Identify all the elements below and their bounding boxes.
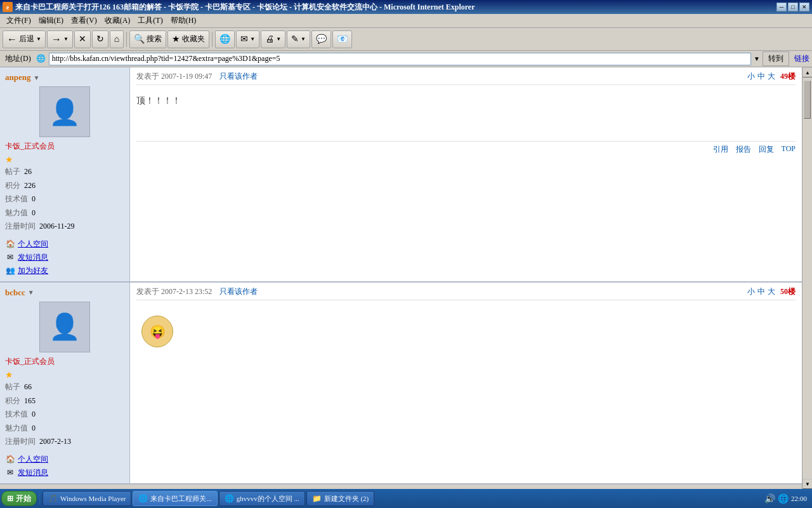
address-input[interactable] — [49, 53, 751, 65]
address-dropdown-icon[interactable]: ▼ — [754, 55, 760, 62]
vertical-scrollbar[interactable]: ▲ ▼ — [802, 67, 812, 489]
only-author-link-50[interactable]: 只看该作者 — [219, 287, 258, 296]
size-links-50: 小 中 大 — [747, 286, 775, 297]
avatar-50: 👤 — [39, 302, 90, 352]
message-action-50[interactable]: ✉ 发短消息 — [5, 467, 48, 478]
close-button[interactable]: ✕ — [799, 3, 809, 11]
back-button[interactable]: ← 后退 ▼ — [3, 30, 46, 48]
username-50[interactable]: bcbcc — [5, 288, 25, 298]
menu-favorites[interactable]: 收藏(A) — [101, 14, 134, 27]
menu-help[interactable]: 帮助(H) — [167, 14, 200, 27]
size-large-50[interactable]: 大 — [768, 286, 775, 297]
system-tray: 🔊 🌐 22:00 — [761, 493, 811, 504]
space-label: ghvvvv的个人空间 ... — [237, 494, 299, 504]
quote-btn-49[interactable]: 引用 — [713, 144, 728, 155]
go-button[interactable]: 转到 — [763, 51, 789, 66]
username-49[interactable]: anpeng — [5, 72, 30, 83]
links-button[interactable]: 链接 — [794, 53, 809, 64]
taskbar-item-ie[interactable]: 🌐 来自卡巴工程师关... — [133, 491, 217, 506]
mediaplayer-icon: 🎵 — [48, 494, 58, 504]
space-label-50[interactable]: 个人空间 — [18, 454, 48, 465]
scroll-down-button[interactable]: ▼ — [802, 479, 812, 489]
report-btn-49[interactable]: 报告 — [736, 144, 751, 155]
search-icon: 🔍 — [134, 34, 145, 44]
size-mid-49[interactable]: 中 — [757, 71, 765, 82]
message-label-50[interactable]: 发短消息 — [18, 467, 48, 478]
scroll-up-button[interactable]: ▲ — [802, 67, 812, 77]
posts-value-50: 66 — [24, 380, 32, 394]
forward-dropdown-icon: ▼ — [63, 36, 69, 42]
username-row-50: bcbcc ▼ — [5, 288, 34, 298]
reg-label-50: 注册时间 — [5, 435, 36, 449]
avatar-placeholder-icon-50: 👤 — [49, 312, 81, 342]
stop-button[interactable]: ✕ — [74, 30, 91, 48]
only-author-link-49[interactable]: 只看该作者 — [219, 72, 258, 81]
post-text-49: 顶！！！！ — [136, 96, 181, 105]
home-button[interactable]: ⌂ — [110, 30, 124, 48]
ie-icon: e — [3, 2, 13, 12]
size-small-50[interactable]: 小 — [747, 286, 755, 297]
message-icon: ✉ — [5, 252, 15, 262]
score-value-50: 165 — [24, 394, 36, 408]
title-bar: e 来自卡巴工程师关于打开126 163邮箱的解答 - 卡饭学院 - 卡巴斯基专… — [0, 0, 812, 14]
menu-file[interactable]: 文件(F) — [3, 14, 35, 27]
user-title-50: 卡饭_正式会员 — [5, 356, 55, 367]
edit-button[interactable]: ✎ ▼ — [287, 30, 310, 48]
mail-icon: ✉ — [240, 34, 248, 44]
menu-view[interactable]: 查看(V) — [67, 14, 101, 27]
scroll-thumb[interactable] — [804, 81, 811, 119]
forward-arrow-icon: → — [51, 34, 62, 45]
charm-label-50: 魅力值 — [5, 422, 28, 436]
print-icon: 🖨 — [265, 34, 274, 44]
messenger-button[interactable]: 💬 — [311, 30, 331, 48]
print-button[interactable]: 🖨 ▼ — [261, 30, 285, 48]
minimize-button[interactable]: ─ — [776, 3, 787, 11]
menu-tools[interactable]: 工具(T) — [134, 14, 166, 27]
message-action-49[interactable]: ✉ 发短消息 — [5, 252, 48, 263]
user-stats-49: 帖子26 积分226 技术值0 魅力值0 注册时间2006-11-29 — [5, 165, 75, 234]
start-label: 开始 — [16, 493, 31, 504]
start-button[interactable]: ⊞ 开始 — [1, 491, 37, 506]
post-footer-49: 引用 报告 回复 TOP — [136, 141, 796, 155]
tech-value-49: 0 — [32, 192, 36, 206]
stop-icon: ✕ — [79, 34, 86, 44]
size-small-49[interactable]: 小 — [747, 71, 755, 82]
tech-label-49: 技术值 — [5, 192, 28, 206]
space-action-49[interactable]: 🏠 个人空间 — [5, 239, 48, 250]
size-large-49[interactable]: 大 — [768, 71, 775, 82]
favorites-button[interactable]: ★ 收藏夹 — [167, 30, 209, 48]
refresh-button[interactable]: ↻ — [92, 30, 108, 48]
taskbar-item-space[interactable]: 🌐 ghvvvv的个人空间 ... — [219, 491, 305, 506]
space-action-50[interactable]: 🏠 个人空间 — [5, 454, 48, 465]
friend-icon: 👥 — [5, 265, 15, 276]
window-controls[interactable]: ─ □ ✕ — [776, 3, 809, 11]
space-label-49[interactable]: 个人空间 — [18, 239, 48, 250]
post-row: anpeng ▼ 👤 卡饭_正式会员 ★ 帖子26 积分226 技术值0 魅力值… — [0, 67, 802, 283]
friend-label-49[interactable]: 加为好友 — [18, 265, 48, 276]
top-btn-49[interactable]: TOP — [782, 144, 796, 155]
maximize-button[interactable]: □ — [788, 3, 798, 11]
post-floor-info-49: 小 中 大 49楼 — [747, 71, 796, 82]
post-date-50: 发表于 2007-2-13 23:52 — [136, 287, 212, 296]
extra-button[interactable]: 📧 — [332, 30, 352, 48]
main-content[interactable]: anpeng ▼ 👤 卡饭_正式会员 ★ 帖子26 积分226 技术值0 魅力值… — [0, 67, 802, 489]
size-mid-50[interactable]: 中 — [757, 286, 765, 297]
user-actions-49: 🏠 个人空间 ✉ 发短消息 👥 加为好友 — [5, 239, 48, 276]
search-button[interactable]: 🔍 搜索 — [129, 30, 166, 48]
taskbar-item-folder[interactable]: 📁 新建文件夹 (2) — [306, 491, 375, 506]
message-label-49[interactable]: 发短消息 — [18, 252, 48, 263]
friend-action-49[interactable]: 👥 加为好友 — [5, 265, 48, 276]
size-links-49: 小 中 大 — [747, 71, 775, 82]
menu-edit[interactable]: 编辑(E) — [35, 14, 67, 27]
space-icon-50: 🏠 — [5, 454, 15, 464]
mail-button[interactable]: ✉ ▼ — [236, 30, 259, 48]
media-button[interactable]: 🌐 — [215, 30, 235, 48]
forward-button[interactable]: → ▼ — [47, 30, 73, 48]
taskbar-item-mediaplayer[interactable]: 🎵 Windows Media Player — [43, 491, 131, 506]
favorites-icon: ★ — [172, 34, 180, 44]
edit-dropdown-icon: ▼ — [301, 36, 306, 42]
reply-btn-49[interactable]: 回复 — [759, 144, 774, 155]
user-title-49: 卡饭_正式会员 — [5, 141, 55, 152]
window-title: 来自卡巴工程师关于打开126 163邮箱的解答 - 卡饭学院 - 卡巴斯基专区 … — [15, 2, 475, 13]
reg-value-49: 2006-11-29 — [39, 220, 75, 234]
